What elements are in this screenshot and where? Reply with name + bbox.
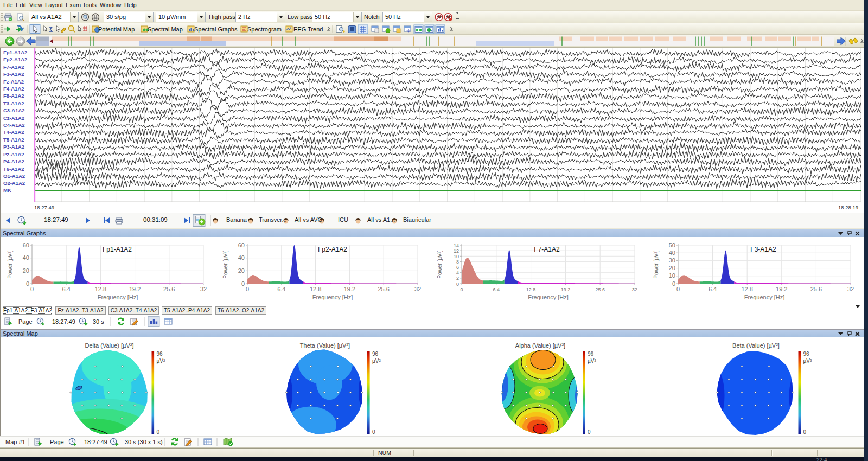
svg-text:Alpha (Value) [µV²]: Alpha (Value) [µV²] (515, 342, 565, 349)
svg-text:0: 0 (588, 429, 591, 435)
svg-text:0: 0 (372, 429, 375, 435)
svg-text:96: 96 (157, 351, 163, 357)
svg-text:Beta (Value) [µV²]: Beta (Value) [µV²] (732, 342, 780, 349)
svg-text:Delta (Value) [µV²]: Delta (Value) [µV²] (85, 342, 134, 349)
svg-text:µV²: µV² (803, 358, 812, 364)
svg-text:Theta (Value) [µV²]: Theta (Value) [µV²] (300, 342, 350, 349)
svg-text:µV²: µV² (157, 358, 165, 364)
svg-text:96: 96 (588, 351, 594, 357)
svg-text:0: 0 (803, 429, 807, 435)
svg-text:96: 96 (372, 351, 379, 357)
svg-text:0: 0 (157, 429, 160, 435)
svg-text:96: 96 (803, 351, 810, 357)
svg-text:µV²: µV² (372, 358, 381, 364)
svg-text:µV²: µV² (588, 358, 596, 364)
